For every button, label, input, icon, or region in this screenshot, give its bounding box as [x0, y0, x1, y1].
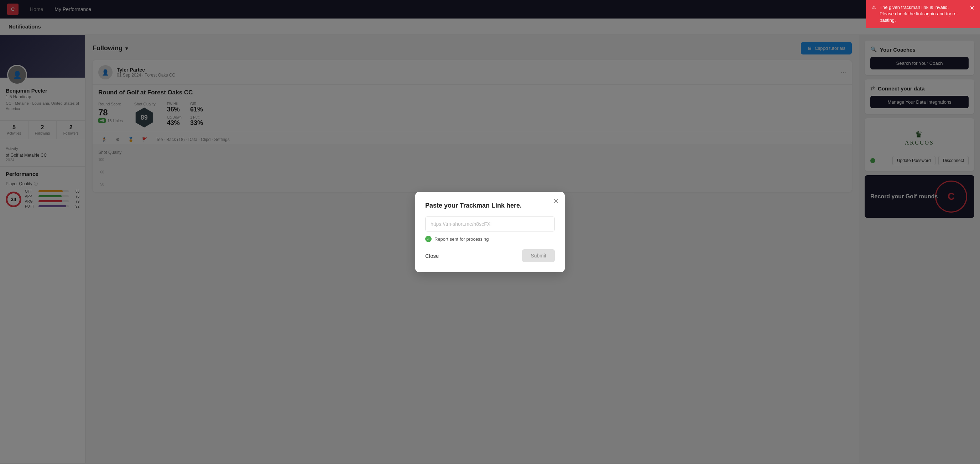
modal-footer: Close Submit [425, 249, 555, 262]
error-toast: ⚠ The given trackman link is invalid. Pl… [866, 0, 980, 28]
modal-title: Paste your Trackman Link here. [425, 202, 555, 210]
trackman-modal: ✕ Paste your Trackman Link here. ✓ Repor… [415, 192, 565, 272]
modal-close-button[interactable]: Close [425, 253, 439, 259]
success-icon: ✓ [425, 236, 431, 242]
modal-submit-button[interactable]: Submit [522, 249, 555, 262]
modal-overlay[interactable]: ✕ Paste your Trackman Link here. ✓ Repor… [0, 0, 980, 463]
error-message: The given trackman link is invalid. Plea… [880, 4, 963, 24]
modal-success-message: ✓ Report sent for processing [425, 236, 555, 242]
toast-close-button[interactable]: ✕ [970, 4, 974, 12]
trackman-link-input[interactable] [425, 216, 555, 232]
modal-close-icon[interactable]: ✕ [553, 198, 559, 205]
warning-icon: ⚠ [872, 4, 876, 11]
